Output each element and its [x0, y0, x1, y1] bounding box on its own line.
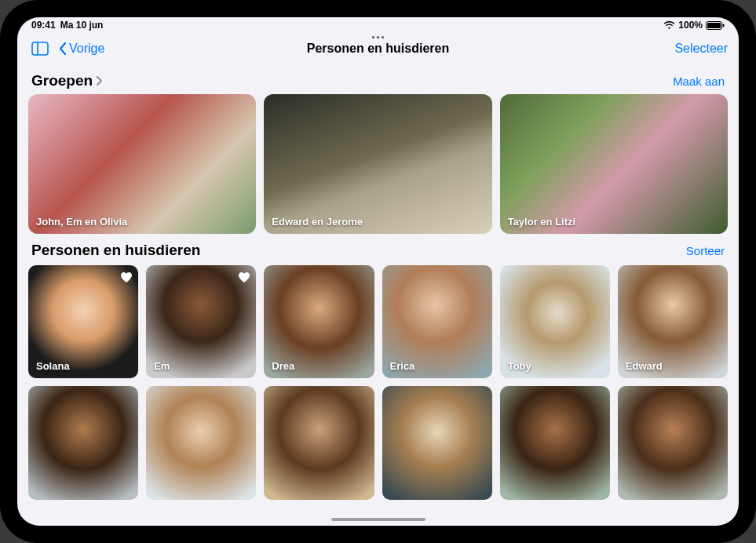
svg-rect-1	[707, 23, 721, 28]
person-label: Em	[154, 360, 170, 372]
nav-bar: Vorige Personen en huisdieren Selecteer	[17, 33, 739, 64]
person-thumbnail	[618, 386, 728, 499]
person-tile[interactable]: Edward	[618, 265, 728, 378]
person-tile[interactable]: Drea	[264, 265, 374, 378]
person-tile[interactable]: Em	[146, 265, 256, 378]
device-frame: 09:41 Ma 10 jun 100%	[0, 0, 756, 543]
back-button[interactable]: Vorige	[58, 42, 104, 56]
svg-rect-3	[32, 42, 48, 55]
svg-rect-2	[723, 24, 725, 27]
screen: 09:41 Ma 10 jun 100%	[17, 17, 739, 526]
content-scroll[interactable]: Groepen Maak aan John, Em en Olivia Edwa…	[17, 64, 739, 526]
person-tile[interactable]: Solana	[28, 265, 138, 378]
people-title: Personen en huisdieren	[31, 242, 200, 259]
group-tile[interactable]: Taylor en Litzi	[500, 94, 728, 234]
status-date: Ma 10 jun	[60, 20, 104, 31]
person-label: Edward	[626, 360, 663, 372]
person-label: Erica	[390, 360, 415, 372]
groups-header: Groepen Maak aan	[28, 64, 728, 94]
battery-icon	[706, 21, 725, 30]
chevron-right-icon	[96, 75, 104, 86]
person-tile[interactable]: Toby	[500, 265, 610, 378]
group-label: John, Em en Olivia	[36, 216, 127, 228]
person-label: Toby	[508, 360, 531, 372]
select-button[interactable]: Selecteer	[674, 42, 728, 56]
group-thumbnail	[264, 94, 491, 234]
page-title: Personen en huisdieren	[17, 42, 739, 56]
person-tile[interactable]	[264, 386, 374, 499]
people-title-text: Personen en huisdieren	[31, 242, 200, 259]
person-thumbnail	[264, 386, 374, 499]
person-tile[interactable]	[618, 386, 728, 499]
people-header: Personen en huisdieren Sorteer	[28, 234, 728, 264]
wifi-icon	[663, 21, 675, 30]
group-thumbnail	[28, 94, 256, 234]
person-label: Drea	[272, 360, 294, 372]
groups-title-text: Groepen	[31, 72, 93, 89]
person-tile[interactable]: Erica	[382, 265, 492, 378]
back-label: Vorige	[69, 42, 104, 56]
home-indicator[interactable]	[331, 518, 425, 521]
status-time: 09:41	[31, 20, 56, 31]
group-tile[interactable]: John, Em en Olivia	[28, 94, 256, 234]
person-thumbnail	[500, 386, 610, 499]
person-thumbnail	[146, 386, 256, 499]
person-tile[interactable]	[382, 386, 492, 499]
person-thumbnail	[382, 386, 492, 499]
groups-title[interactable]: Groepen	[31, 72, 104, 89]
favorite-heart-icon	[237, 270, 251, 284]
group-label: Taylor en Litzi	[508, 216, 575, 228]
sidebar-toggle-button[interactable]	[28, 38, 52, 59]
person-label: Solana	[36, 360, 70, 372]
create-group-button[interactable]: Maak aan	[673, 75, 725, 88]
people-grid: Solana Em Drea Erica	[28, 265, 728, 500]
person-thumbnail	[28, 386, 138, 499]
status-battery-pct: 100%	[678, 20, 703, 31]
sort-button[interactable]: Sorteer	[686, 244, 725, 257]
group-tile[interactable]: Edward en Jerome	[264, 94, 491, 234]
chevron-left-icon	[58, 42, 68, 56]
group-label: Edward en Jerome	[272, 216, 363, 228]
person-tile[interactable]	[28, 386, 138, 499]
status-bar: 09:41 Ma 10 jun 100%	[17, 17, 739, 33]
favorite-heart-icon	[119, 270, 133, 284]
person-tile[interactable]	[146, 386, 256, 499]
groups-row: John, Em en Olivia Edward en Jerome Tayl…	[28, 94, 728, 234]
person-tile[interactable]	[500, 386, 610, 499]
group-thumbnail	[500, 94, 728, 234]
